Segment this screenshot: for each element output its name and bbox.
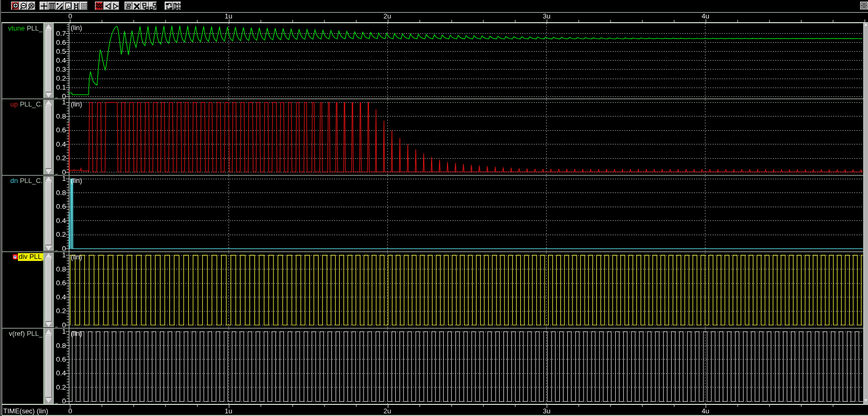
svg-text:A: A — [66, 3, 70, 8]
